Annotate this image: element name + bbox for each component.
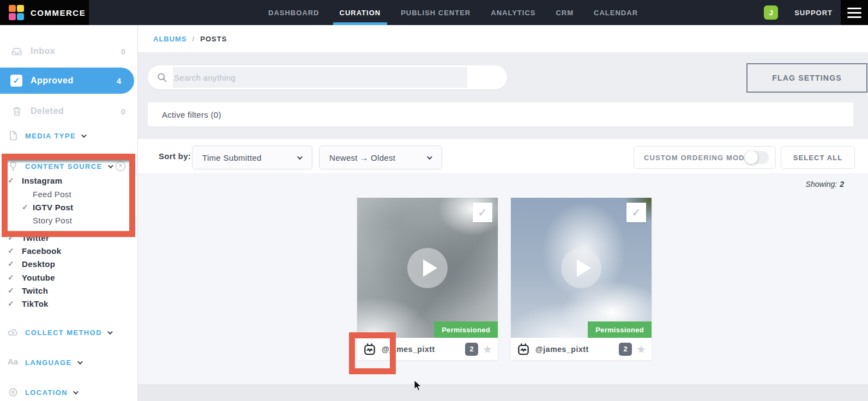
inbox-count: 0 xyxy=(121,47,125,56)
breadcrumb-separator: / xyxy=(192,35,195,43)
brand-name: COMMERCE xyxy=(31,8,86,17)
active-filters-label: Active filters (0) xyxy=(162,110,221,119)
source-item-story-post[interactable]: Story Post xyxy=(0,215,137,225)
support-link[interactable]: SUPPORT xyxy=(794,9,833,17)
location-pin-icon xyxy=(8,387,19,398)
nav-curation[interactable]: CURATION xyxy=(340,0,381,25)
sort-order-dropdown[interactable]: Newest → Oldest xyxy=(319,145,442,169)
sort-by-label: Sort by: xyxy=(159,151,191,161)
hamburger-menu-icon[interactable] xyxy=(841,0,868,25)
cloud-upload-icon xyxy=(8,327,19,338)
chevron-down-icon xyxy=(297,154,303,160)
filter-sidebar: Inbox 0 ✓ Approved 4 Deleted 0 MEDIA TYP… xyxy=(0,25,138,401)
source-item-tiktok[interactable]: ✓ TikTok xyxy=(0,299,137,308)
play-button[interactable] xyxy=(407,248,448,288)
user-avatar[interactable]: J xyxy=(764,5,778,20)
active-filters-bar[interactable]: Active filters (0) xyxy=(148,102,853,126)
source-item-feed-post[interactable]: Feed Post xyxy=(0,189,137,199)
search-input[interactable] xyxy=(174,73,479,82)
post-video-thumbnail[interactable]: ✓ Permissioned xyxy=(511,198,652,338)
permissioned-badge: Permissioned xyxy=(588,321,652,338)
chevron-down-icon xyxy=(81,132,87,138)
check-icon: ✓ xyxy=(632,206,641,219)
source-item-desktop[interactable]: ✓ Desktop xyxy=(0,259,137,269)
breadcrumb-albums-link[interactable]: ALBUMS xyxy=(153,35,187,43)
document-icon xyxy=(8,130,19,141)
select-post-checkbox[interactable]: ✓ xyxy=(626,203,646,222)
chevron-down-icon xyxy=(108,163,113,168)
check-icon: ✓ xyxy=(8,286,19,295)
language-icon: Aa xyxy=(8,357,19,368)
post-card[interactable]: ✓ Permissioned @james_pixtt 2 ★ xyxy=(511,198,652,360)
star-icon[interactable]: ★ xyxy=(636,344,646,355)
sidebar-item-approved[interactable]: ✓ Approved 4 xyxy=(0,68,134,94)
trash-icon xyxy=(11,105,23,117)
chevron-down-icon xyxy=(77,359,83,364)
check-icon: ✓ xyxy=(8,233,19,242)
filter-section-collect-method[interactable]: COLLECT METHOD xyxy=(0,327,137,337)
sort-field-dropdown[interactable]: Time Submitted xyxy=(192,145,312,169)
sidebar-item-label: Inbox xyxy=(31,46,55,56)
source-item-twitch[interactable]: ✓ Twitch xyxy=(0,285,137,295)
chevron-down-icon xyxy=(427,154,432,160)
clear-filter-icon[interactable]: × xyxy=(116,161,125,171)
top-nav: COMMERCE DASHBOARD CURATION PUBLISH CENT… xyxy=(0,0,868,25)
source-item-facebook[interactable]: ✓ Facebook xyxy=(0,246,137,256)
check-icon: ✓ xyxy=(22,203,33,211)
play-button[interactable] xyxy=(561,248,601,288)
check-icon: ✓ xyxy=(8,246,19,255)
album-count-badge: 2 xyxy=(465,343,478,356)
approved-count: 4 xyxy=(117,76,121,86)
custom-ordering-mode: CUSTOM ORDERING MODE xyxy=(634,146,776,169)
nav-analytics[interactable]: ANALYTICS xyxy=(491,0,535,25)
brand-logo[interactable]: COMMERCE xyxy=(0,0,89,25)
source-item-instagram[interactable]: ✓ Instagram xyxy=(0,175,137,185)
post-card-footer: @james_pixtt 2 ★ xyxy=(357,338,498,360)
lightbulb-icon xyxy=(8,161,19,172)
check-icon: ✓ xyxy=(8,259,19,268)
post-card[interactable]: ✓ Permissioned @james_pixtt 2 ★ xyxy=(357,198,498,360)
showing-count: Showing:2 xyxy=(806,180,844,189)
check-icon: ✓ xyxy=(478,206,487,219)
album-count-badge: 2 xyxy=(619,343,632,356)
filter-section-media-type[interactable]: MEDIA TYPE xyxy=(0,131,137,141)
permissioned-badge: Permissioned xyxy=(434,321,498,338)
sidebar-item-inbox[interactable]: Inbox 0 xyxy=(0,44,137,59)
post-card-footer: @james_pixtt 2 ★ xyxy=(511,338,652,360)
check-icon: ✓ xyxy=(8,273,19,282)
sidebar-item-label: Approved xyxy=(31,76,74,86)
source-item-twitter[interactable]: ✓ Twitter xyxy=(0,233,137,242)
post-video-thumbnail[interactable]: ✓ Permissioned xyxy=(357,198,498,338)
main-content: ALBUMS / POSTS FLAG SETTINGS Active filt… xyxy=(138,25,868,401)
filter-section-content-source[interactable]: CONTENT SOURCE × xyxy=(0,161,137,171)
search-bar xyxy=(148,65,507,89)
select-post-checkbox[interactable]: ✓ xyxy=(473,203,492,222)
commerce-logo-icon xyxy=(9,5,24,20)
flag-settings-button[interactable]: FLAG SETTINGS xyxy=(746,63,867,93)
post-username[interactable]: @james_pixtt xyxy=(382,345,435,354)
sidebar-item-deleted[interactable]: Deleted 0 xyxy=(0,104,137,119)
custom-ordering-label: CUSTOM ORDERING MODE xyxy=(644,154,750,162)
nav-publish-center[interactable]: PUBLISH CENTER xyxy=(401,0,471,25)
nav-calendar[interactable]: CALENDAR xyxy=(594,0,638,25)
check-icon: ✓ xyxy=(8,299,19,308)
nav-crm[interactable]: CRM xyxy=(556,0,574,25)
chevron-down-icon xyxy=(73,389,79,394)
deleted-count: 0 xyxy=(121,107,125,116)
star-icon[interactable]: ★ xyxy=(483,344,492,355)
nav-right-group: J SUPPORT xyxy=(764,0,833,25)
source-item-igtv-post[interactable]: ✓ IGTV Post xyxy=(0,202,137,212)
breadcrumb-bar: ALBUMS / POSTS xyxy=(138,25,868,53)
page-bottom-strip xyxy=(138,384,868,401)
igtv-source-icon xyxy=(516,342,531,356)
select-all-button[interactable]: SELECT ALL xyxy=(781,146,855,169)
filter-section-language[interactable]: Aa LANGUAGE xyxy=(0,357,137,367)
primary-nav: DASHBOARD CURATION PUBLISH CENTER ANALYT… xyxy=(268,0,638,25)
custom-ordering-toggle[interactable] xyxy=(745,151,769,164)
post-username[interactable]: @james_pixtt xyxy=(535,345,589,354)
source-item-youtube[interactable]: ✓ Youtube xyxy=(0,272,137,282)
nav-dashboard[interactable]: DASHBOARD xyxy=(268,0,320,25)
check-icon: ✓ xyxy=(8,176,19,185)
posts-grid: Showing:2 ✓ Permissioned @james_pixtt 2 … xyxy=(138,173,868,384)
filter-section-location[interactable]: LOCATION xyxy=(0,387,137,397)
